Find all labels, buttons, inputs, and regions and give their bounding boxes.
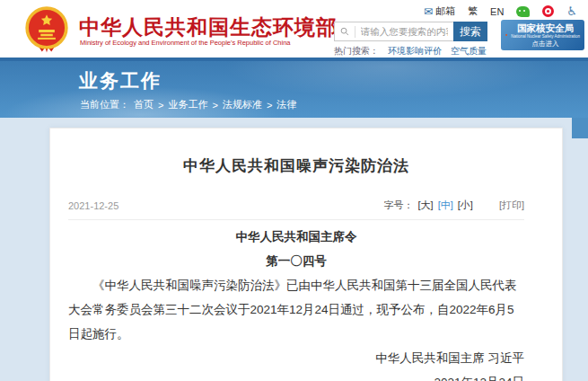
mail-icon: ✉ — [424, 6, 433, 17]
breadcrumb-home[interactable]: 首页 — [134, 98, 154, 111]
print-button[interactable]: [打印] — [499, 199, 524, 212]
hot-search-link-eia[interactable]: 环境影响评价 — [388, 45, 442, 58]
fontsize-medium-button[interactable]: [中] — [438, 199, 453, 212]
section-banner: 业务工作 当前位置： 首页 > 业务工作 > 法规标准 > 法律 — [0, 58, 588, 118]
mail-label: 邮箱 — [435, 4, 455, 18]
breadcrumb: 当前位置： 首页 > 业务工作 > 法规标准 > 法律 — [80, 98, 296, 111]
breadcrumb-label: 当前位置： — [80, 98, 129, 111]
decree-sign-date: 2021年12月24日 — [68, 370, 524, 381]
article-card: 中华人民共和国噪声污染防治法 2021-12-25 字号： [大] [中] [小… — [49, 128, 563, 381]
english-link[interactable]: EN — [490, 6, 504, 17]
site-title: 中华人民共和国生态环境部 — [79, 13, 338, 41]
accessibility-icon[interactable]: ♿ — [566, 5, 577, 17]
page: 中华人民共和国生态环境部 Ministry of Ecology and Env… — [0, 0, 588, 381]
section-title: 业务工作 — [79, 68, 162, 93]
mail-link[interactable]: ✉ 邮箱 — [424, 4, 455, 18]
breadcrumb-regulations[interactable]: 法规标准 — [223, 98, 262, 111]
site-subtitle: Ministry of Ecology and Environment of t… — [80, 39, 290, 47]
nnsa-text: 国家核安全局 National Nuclear Safety Administr… — [511, 22, 580, 48]
search-input-wrap — [334, 22, 453, 41]
search-button[interactable]: 搜索 — [453, 22, 487, 41]
wechat-icon[interactable] — [516, 6, 530, 17]
search-divider — [355, 26, 355, 38]
site-logo[interactable] — [23, 6, 70, 53]
nnsa-emblem-icon — [505, 25, 507, 45]
article-body: 中华人民共和国主席令 第一〇四号 《中华人民共和国噪声污染防治法》已由中华人民共… — [68, 225, 524, 381]
weibo-icon[interactable] — [542, 5, 554, 17]
article-title: 中华人民共和国噪声污染防治法 — [68, 155, 524, 176]
breadcrumb-separator: > — [158, 100, 163, 111]
hot-search-row: 热门搜索： 环境影响评价 空气质量 — [334, 45, 487, 58]
decree-heading: 中华人民共和国主席令 — [68, 225, 524, 249]
search-input[interactable] — [361, 26, 448, 37]
nnsa-enter-label: 点击进入 — [532, 40, 559, 48]
nnsa-badge[interactable]: 国家核安全局 National Nuclear Safety Administr… — [501, 20, 584, 50]
decree-signature: 中华人民共和国主席 习近平 — [68, 346, 524, 370]
national-emblem-icon — [23, 6, 70, 53]
breadcrumb-laws[interactable]: 法律 — [276, 98, 296, 111]
decree-number: 第一〇四号 — [68, 249, 524, 273]
search-icon — [340, 26, 349, 37]
site-header: 中华人民共和国生态环境部 Ministry of Ecology and Env… — [0, 0, 588, 58]
fontsize-large-button[interactable]: [大] — [418, 199, 434, 212]
quick-links: ✉ 邮箱 繁 EN ♿ — [424, 4, 577, 18]
nnsa-title: 国家核安全局 — [517, 22, 574, 34]
breadcrumb-separator: > — [212, 100, 217, 111]
traditional-chinese-link[interactable]: 繁 — [468, 4, 478, 18]
article-date: 2021-12-25 — [68, 200, 118, 211]
hot-search-label: 热门搜索： — [334, 45, 379, 58]
article-controls: 字号： [大] [中] [小] [打印] — [384, 199, 525, 212]
nnsa-subtitle: National Nuclear Safety Administration — [511, 34, 580, 39]
article-meta-row: 2021-12-25 字号： [大] [中] [小] [打印] — [68, 199, 524, 212]
breadcrumb-separator: > — [267, 100, 272, 111]
decree-paragraph: 《中华人民共和国噪声污染防治法》已由中华人民共和国第十三届全国人民代表大会常务委… — [68, 273, 524, 346]
hot-search-link-air[interactable]: 空气质量 — [451, 45, 487, 58]
fontsize-small-button[interactable]: [小] — [458, 199, 473, 212]
search-box: 搜索 — [334, 22, 487, 41]
fontsize-label: 字号： — [384, 199, 414, 212]
banner-corner-decoration — [572, 118, 588, 138]
breadcrumb-business[interactable]: 业务工作 — [168, 98, 207, 111]
meta-divider — [68, 219, 524, 220]
